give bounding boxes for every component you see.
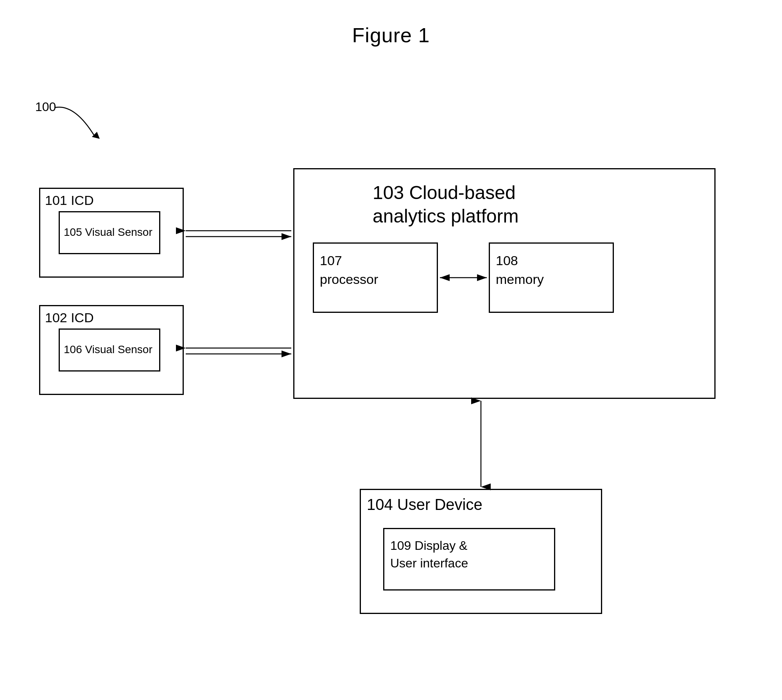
box-display: 109 Display & User interface (383, 528, 555, 591)
box-sensor2: 106 Visual Sensor (59, 328, 160, 372)
memory-label: 108 memory (496, 251, 544, 289)
cloud-label: 103 Cloud-based analytics platform (373, 181, 518, 228)
icd1-label: 101 ICD (45, 193, 94, 208)
processor-label: 107 processor (320, 251, 378, 289)
userdevice-label: 104 User Device (367, 496, 482, 513)
display-label: 109 Display & User interface (390, 537, 468, 572)
sensor2-label: 106 Visual Sensor (64, 343, 152, 356)
icd2-label: 102 ICD (45, 310, 94, 325)
ref100-label: 100 (35, 100, 56, 114)
diagram-container: 100 101 ICD 105 Visual Sensor 102 ICD 10… (20, 78, 762, 684)
box-processor: 107 processor (313, 242, 438, 313)
box-sensor1: 105 Visual Sensor (59, 211, 160, 254)
box-memory: 108 memory (489, 242, 614, 313)
page-title: Figure 1 (0, 0, 782, 47)
sensor1-label: 105 Visual Sensor (64, 226, 152, 239)
